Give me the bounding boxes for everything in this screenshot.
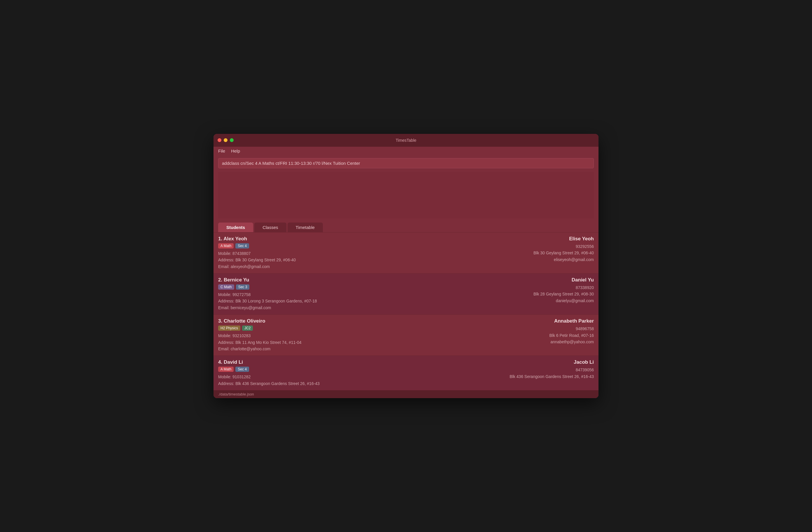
window-title: TimesTable: [395, 138, 416, 143]
parent-details: 87338920Blk 28 Geylang Street 29, #08-30…: [534, 284, 594, 304]
menu-help[interactable]: Help: [231, 148, 240, 154]
student-details: Mobile: 87438807Address: Blk 30 Geylang …: [218, 250, 296, 270]
table-row[interactable]: 3. Charlotte OliveiroH2 PhysicsJC2Mobile…: [214, 314, 598, 356]
student-tags: A MathSec 4: [218, 366, 320, 372]
student-tag: Sec 4: [235, 366, 249, 372]
parent-name: Elise Yeoh: [534, 236, 594, 242]
student-info: 1. Alex YeohA MathSec 4Mobile: 87438807A…: [218, 236, 296, 270]
parent-details: 93292556Blk 30 Geylang Street 29, #06-40…: [534, 243, 594, 263]
student-name: 3. Charlotte Oliveiro: [218, 318, 302, 324]
table-row[interactable]: 2. Bernice YuC MathSec 3Mobile: 99272758…: [214, 273, 598, 314]
command-input[interactable]: [218, 158, 594, 168]
app-window: TimesTable File Help Students Classes Ti…: [214, 134, 598, 398]
tab-classes[interactable]: Classes: [254, 222, 286, 232]
table-row[interactable]: 4. David LiA MathSec 4Mobile: 91031282Ad…: [214, 356, 598, 390]
student-info: 3. Charlotte OliveiroH2 PhysicsJC2Mobile…: [218, 318, 302, 352]
student-tag: A Math: [218, 243, 234, 248]
student-list: 1. Alex YeohA MathSec 4Mobile: 87438807A…: [214, 232, 598, 390]
student-tag: C Math: [218, 284, 234, 290]
parent-name: Daniel Yu: [534, 277, 594, 283]
student-tags: A MathSec 4: [218, 243, 296, 248]
table-row[interactable]: 1. Alex YeohA MathSec 4Mobile: 87438807A…: [214, 232, 598, 273]
parent-name: Annabeth Parker: [549, 318, 594, 324]
student-tag: Sec 4: [235, 243, 249, 248]
student-tag: Sec 3: [236, 284, 250, 290]
parent-details: 94896758Blk 6 Petir Road, #07-16annabeth…: [549, 326, 594, 345]
student-tag: H2 Physics: [218, 326, 240, 331]
student-details: Mobile: 93210283Address: Blk 11 Ang Mo K…: [218, 332, 302, 352]
titlebar: TimesTable: [214, 134, 598, 147]
parent-name: Jacob Li: [509, 359, 594, 365]
student-name: 4. David Li: [218, 359, 320, 365]
command-area: [214, 155, 598, 172]
student-name: 1. Alex Yeoh: [218, 236, 296, 242]
student-tag: JC2: [242, 326, 253, 331]
student-tag: A Math: [218, 366, 234, 372]
student-name: 2. Bernice Yu: [218, 277, 317, 283]
student-details: Mobile: 99272758Address: Blk 30 Lorong 3…: [218, 291, 317, 311]
student-info: 4. David LiA MathSec 4Mobile: 91031282Ad…: [218, 359, 320, 387]
parent-info: Annabeth Parker94896758Blk 6 Petir Road,…: [549, 318, 594, 345]
student-details: Mobile: 91031282Address: Blk 436 Serango…: [218, 374, 320, 387]
menubar: File Help: [214, 147, 598, 155]
tab-students[interactable]: Students: [218, 222, 253, 232]
output-area: [218, 172, 594, 218]
menu-file[interactable]: File: [218, 148, 225, 154]
student-tags: H2 PhysicsJC2: [218, 326, 302, 331]
minimize-button[interactable]: [224, 138, 228, 142]
statusbar: ./data/timestable.json: [214, 390, 598, 398]
maximize-button[interactable]: [230, 138, 234, 142]
close-button[interactable]: [218, 138, 221, 142]
tab-bar: Students Classes Timetable: [214, 218, 598, 232]
student-list-container: 1. Alex YeohA MathSec 4Mobile: 87438807A…: [214, 232, 598, 390]
parent-info: Daniel Yu87338920Blk 28 Geylang Street 2…: [534, 277, 594, 304]
parent-info: Jacob Li84739056Blk 436 Serangoon Garden…: [509, 359, 594, 380]
student-info: 2. Bernice YuC MathSec 3Mobile: 99272758…: [218, 277, 317, 311]
window-controls: [218, 138, 234, 142]
parent-info: Elise Yeoh93292556Blk 30 Geylang Street …: [534, 236, 594, 263]
parent-details: 84739056Blk 436 Serangoon Gardens Street…: [509, 366, 594, 380]
statusbar-text: ./data/timestable.json: [218, 392, 254, 397]
student-tags: C MathSec 3: [218, 284, 317, 290]
tab-timetable[interactable]: Timetable: [288, 222, 323, 232]
